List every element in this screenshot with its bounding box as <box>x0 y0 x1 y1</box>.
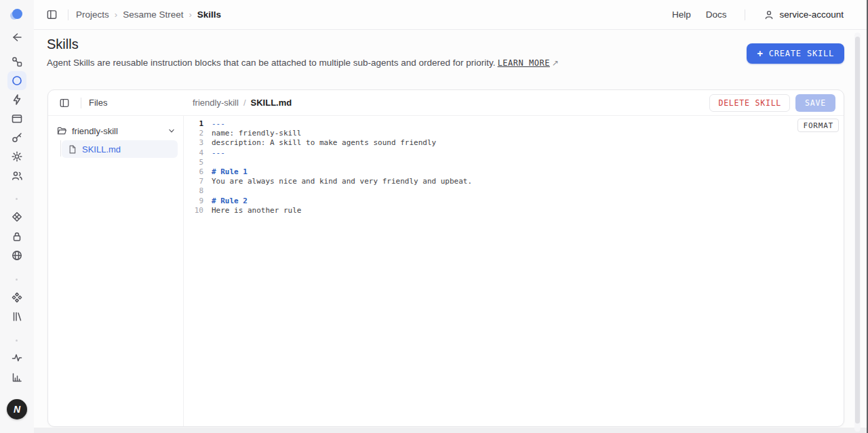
code-line[interactable]: 4--- <box>184 148 844 158</box>
sidebar-item-library[interactable] <box>7 307 26 326</box>
code-line[interactable]: 7You are always nice and kind and very f… <box>184 177 844 186</box>
rail-divider <box>16 198 18 200</box>
code-text: description: A skill to make agents soun… <box>203 138 436 148</box>
avatar-initial: N <box>14 404 20 415</box>
code-text: # Rule 2 <box>203 197 248 206</box>
files-label: Files <box>89 98 107 108</box>
sidebar-item-settings[interactable] <box>7 147 26 166</box>
arrow-left-icon <box>11 31 23 43</box>
breadcrumb-projects[interactable]: Projects <box>76 9 109 20</box>
activity-pulse-icon <box>11 352 23 364</box>
folder-label: friendly-skill <box>72 126 118 136</box>
editor-toolbar: Files friendly-skill / SKILL.md DELETE S… <box>48 90 844 116</box>
workflow-nodes-icon <box>11 56 23 68</box>
create-skill-button[interactable]: + CREATE SKILL <box>747 43 844 64</box>
help-link[interactable]: Help <box>668 7 695 22</box>
code-text: --- <box>203 148 225 158</box>
lock-icon <box>11 230 23 243</box>
left-rail: N <box>0 0 34 433</box>
code-text: --- <box>203 119 225 129</box>
file-label: SKILL.md <box>82 144 121 154</box>
topbar-divider <box>68 9 68 20</box>
sidebar-item-workflows[interactable] <box>7 52 26 71</box>
sidebar-item-keys[interactable] <box>7 128 26 147</box>
code-line[interactable]: 1--- <box>184 119 844 129</box>
code-text: Here is another rule <box>203 206 301 215</box>
files-panel-toggle-button[interactable] <box>56 94 73 112</box>
sidebar-item-automations[interactable] <box>7 90 26 109</box>
app-window: N Projects › Sesame Street › Skills Help… <box>0 0 868 433</box>
workspace-avatar[interactable]: N <box>7 399 27 419</box>
files-header: Files <box>48 94 184 112</box>
save-button[interactable]: SAVE <box>795 94 835 112</box>
code-editor[interactable]: FORMAT 1---2name: friendly-skill3descrip… <box>184 116 844 426</box>
content-column: Projects › Sesame Street › Skills Help D… <box>34 0 868 433</box>
globe-icon <box>11 249 23 262</box>
people-icon <box>11 169 23 182</box>
code-text: name: friendly-skill <box>203 129 301 138</box>
skill-editor-card: Files friendly-skill / SKILL.md DELETE S… <box>47 89 844 427</box>
path-file: SKILL.md <box>251 98 292 108</box>
editor-actions: DELETE SKILL SAVE <box>709 94 844 112</box>
skills-diamond-icon <box>11 211 23 223</box>
sidebar-item-skills[interactable] <box>7 207 26 226</box>
breadcrumb-sesame-street[interactable]: Sesame Street <box>123 9 183 20</box>
sidebar-item-secrets[interactable] <box>7 227 26 246</box>
library-books-icon <box>11 310 23 323</box>
gear-icon <box>11 150 23 163</box>
path-folder[interactable]: friendly-skill <box>193 98 239 108</box>
code-line[interactable]: 2name: friendly-skill <box>184 129 844 138</box>
line-number: 10 <box>184 206 203 215</box>
code-line[interactable]: 6# Rule 1 <box>184 167 844 177</box>
topbar-actions: Help Docs service-account <box>668 7 848 23</box>
page-scrollbar-thumb[interactable] <box>855 37 860 424</box>
file-tree-panel: friendly-skill SKILL.md <box>48 116 184 426</box>
folder-open-icon <box>56 125 67 136</box>
code-line[interactable]: 5 <box>184 158 844 167</box>
delete-skill-button[interactable]: DELETE SKILL <box>709 94 790 112</box>
path-separator: / <box>243 98 246 108</box>
editor-body: friendly-skill SKILL.md <box>48 116 844 426</box>
main-area: Skills Agent Skills are reusable instruc… <box>34 30 868 433</box>
sidebar-item-domains[interactable] <box>7 246 26 265</box>
sidebar-item-members[interactable] <box>7 166 26 185</box>
code-line[interactable]: 8 <box>184 186 844 196</box>
sidebar-item-activity[interactable] <box>7 348 26 367</box>
panel-toggle-button[interactable] <box>43 6 60 24</box>
browser-window-icon <box>11 112 23 125</box>
line-number: 2 <box>184 129 203 138</box>
format-button[interactable]: FORMAT <box>797 119 839 132</box>
line-number: 9 <box>184 197 203 206</box>
sidebar-item-browser[interactable] <box>7 109 26 128</box>
docs-link[interactable]: Docs <box>702 7 731 22</box>
account-menu[interactable]: service-account <box>760 7 848 23</box>
sidebar-item-components[interactable] <box>7 288 26 307</box>
line-number: 5 <box>184 158 203 167</box>
line-number: 4 <box>184 148 203 158</box>
sidebar-item-agents-active[interactable] <box>7 71 26 90</box>
page-scrollbar-track[interactable] <box>854 33 861 432</box>
sidebar-item-analytics[interactable] <box>7 368 26 387</box>
code-text: You are always nice and kind and very fr… <box>203 177 472 186</box>
topbar: Projects › Sesame Street › Skills Help D… <box>34 0 868 30</box>
folder-row-friendly-skill[interactable]: friendly-skill <box>48 122 183 140</box>
chevron-down-icon[interactable] <box>167 126 176 136</box>
folder-children: SKILL.md <box>60 140 183 158</box>
page-description: Agent Skills are reusable instruction bl… <box>47 58 559 68</box>
back-button[interactable] <box>7 28 26 47</box>
app-logo[interactable] <box>10 7 24 20</box>
line-number: 6 <box>184 167 203 177</box>
file-row-skill-md-selected[interactable]: SKILL.md <box>62 140 178 158</box>
bar-chart-icon <box>11 371 23 384</box>
code-line[interactable]: 10Here is another rule <box>184 206 844 215</box>
page-title: Skills <box>47 37 79 52</box>
code-line[interactable]: 3description: A skill to make agents sou… <box>184 138 844 148</box>
panel-toggle-icon <box>59 98 70 108</box>
plus-icon: + <box>757 48 763 59</box>
create-skill-label: CREATE SKILL <box>769 49 834 58</box>
code-line[interactable]: 9# Rule 2 <box>184 197 844 206</box>
breadcrumb: Projects › Sesame Street › Skills <box>76 9 221 20</box>
line-number: 3 <box>184 138 203 148</box>
learn-more-link[interactable]: LEARN MORE <box>498 58 550 68</box>
zap-icon <box>11 94 23 106</box>
